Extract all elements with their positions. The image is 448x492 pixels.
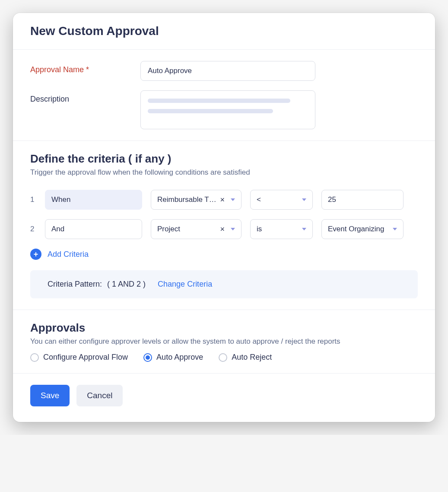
approval-name-label: Approval Name * — [30, 61, 132, 74]
chevron-down-icon — [302, 228, 306, 230]
criteria-pattern-label: Criteria Pattern: — [48, 280, 102, 289]
header-section: New Custom Approval — [13, 13, 435, 50]
criteria-operator-label: < — [257, 195, 261, 204]
cancel-button[interactable]: Cancel — [76, 385, 123, 406]
approvals-section: Approvals You can either configure appro… — [13, 310, 435, 374]
approvals-subtitle: You can either configure approver levels… — [30, 337, 418, 346]
clear-icon[interactable]: × — [220, 225, 225, 234]
change-criteria-link[interactable]: Change Criteria — [158, 280, 212, 289]
criteria-operator-select[interactable]: < — [250, 190, 313, 210]
approval-option-label: Configure Approval Flow — [43, 353, 128, 362]
criteria-field-select[interactable]: Reimbursable T… × — [151, 190, 241, 210]
criteria-clause-select[interactable]: And — [45, 219, 142, 239]
radio-icon — [30, 353, 39, 362]
criteria-section: Define the criteria ( if any ) Trigger t… — [13, 141, 435, 310]
approvals-title: Approvals — [30, 321, 418, 335]
criteria-value-label: 25 — [328, 195, 397, 204]
criteria-value-input[interactable]: Event Organizing — [321, 219, 404, 239]
radio-icon — [219, 353, 227, 362]
approval-option-radio[interactable]: Configure Approval Flow — [30, 353, 128, 362]
criteria-field-label: Project — [157, 225, 220, 233]
basic-info-section: Approval Name * Description — [13, 50, 435, 141]
approval-option-radio[interactable]: Auto Approve — [143, 353, 203, 362]
add-criteria-label: Add Criteria — [48, 250, 89, 259]
plus-circle-icon: + — [30, 249, 41, 260]
criteria-clause-select: When — [45, 190, 142, 210]
approval-option-label: Auto Reject — [232, 353, 272, 362]
criteria-value-label: Event Organizing — [328, 225, 389, 233]
criteria-field-label: Reimbursable T… — [157, 195, 220, 204]
placeholder-line — [148, 109, 273, 113]
approval-option-radio[interactable]: Auto Reject — [219, 353, 272, 362]
custom-approval-form: New Custom Approval Approval Name * Desc… — [13, 13, 435, 422]
chevron-down-icon — [231, 228, 235, 230]
criteria-pattern-box: Criteria Pattern: ( 1 AND 2 ) Change Cri… — [30, 270, 418, 298]
description-label: Description — [30, 90, 132, 104]
criteria-operator-label: is — [257, 225, 262, 233]
chevron-down-icon — [393, 228, 397, 230]
save-button[interactable]: Save — [30, 385, 70, 406]
radio-icon — [143, 353, 152, 362]
clear-icon[interactable]: × — [220, 195, 225, 204]
criteria-field-select[interactable]: Project × — [151, 219, 241, 239]
page-title: New Custom Approval — [30, 24, 418, 38]
chevron-down-icon — [231, 198, 235, 201]
placeholder-line — [148, 99, 290, 103]
criteria-row: 1 When Reimbursable T… × < 25 — [30, 190, 418, 210]
criteria-number: 2 — [30, 225, 36, 233]
criteria-value-input[interactable]: 25 — [321, 190, 404, 210]
footer-actions: Save Cancel — [13, 374, 435, 422]
approval-name-input[interactable] — [140, 61, 315, 81]
criteria-pattern-expr: ( 1 AND 2 ) — [107, 280, 146, 289]
criteria-row: 2 And Project × is Event Organizing — [30, 219, 418, 239]
criteria-operator-select[interactable]: is — [250, 219, 313, 239]
criteria-number: 1 — [30, 195, 36, 204]
approval-option-label: Auto Approve — [156, 353, 203, 362]
criteria-subtitle: Trigger the approval flow when the follo… — [30, 168, 418, 177]
chevron-down-icon — [302, 198, 306, 201]
criteria-title: Define the criteria ( if any ) — [30, 152, 418, 166]
description-textarea[interactable] — [140, 90, 315, 129]
add-criteria-button[interactable]: + Add Criteria — [30, 249, 418, 260]
